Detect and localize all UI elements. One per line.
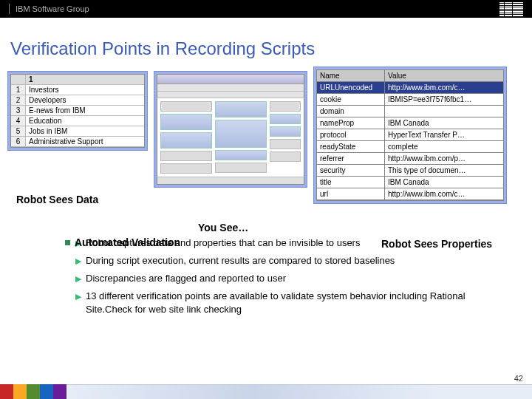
prop-name: referrer — [317, 153, 385, 164]
caption-left: Robot Sees Data — [16, 194, 98, 205]
section-heading: Automated Validation — [65, 236, 180, 248]
prop-value: HyperText Transfer P… — [385, 129, 503, 140]
row-value: Administrative Support — [26, 137, 144, 146]
bullet-text: 13 different verification points are ava… — [86, 290, 511, 316]
row-index: 5 — [11, 126, 26, 136]
table-row: domain — [317, 106, 503, 117]
row-value: Developers — [26, 95, 144, 105]
bullets-block: ▶Robot captures data and properties that… — [0, 208, 532, 316]
table-row: securityThis type of documen… — [317, 165, 503, 177]
arrow-icon: ▶ — [75, 254, 81, 267]
row-index: 4 — [11, 116, 26, 126]
prop-name: protocol — [317, 129, 385, 140]
slide-title: Verification Points in Recording Scripts — [0, 18, 532, 71]
table-row: 6Administrative Support — [11, 137, 144, 147]
table-row: referrerhttp://www.ibm.com/p… — [317, 153, 503, 165]
arrow-icon: ▶ — [75, 290, 81, 316]
prop-value: complete — [385, 141, 503, 152]
header-divider — [9, 4, 10, 14]
sheet-col-head: 1 — [26, 75, 144, 84]
prop-name: URLUnencoded — [317, 82, 385, 93]
header-group: IBM Software Group — [16, 4, 89, 13]
row-value: Jobs in IBM — [26, 126, 144, 136]
browser-titlebar — [157, 75, 304, 84]
row-index: 1 — [11, 85, 26, 95]
browser-toolbar — [157, 84, 304, 92]
row-index: 6 — [11, 137, 26, 146]
panel-browser — [154, 71, 307, 188]
prop-value: IBM Canada — [385, 177, 503, 188]
browser-mock — [157, 75, 304, 184]
footer-bar — [0, 384, 532, 399]
table-row: 2Developers — [11, 95, 144, 106]
section-heading-text: Automated Validation — [75, 236, 180, 248]
row-index: 3 — [11, 106, 26, 115]
prop-value: This type of documen… — [385, 165, 503, 176]
prop-value: IBM Canada — [385, 117, 503, 129]
prop-name: cookie — [317, 94, 385, 105]
prop-name: nameProp — [317, 117, 385, 129]
table-row: readyStatecomplete — [317, 141, 503, 153]
table-row: titleIBM Canada — [317, 177, 503, 188]
browser-addressbar — [157, 92, 304, 99]
prop-value: http://www.ibm.com/p… — [385, 153, 503, 164]
row-index: 2 — [11, 95, 26, 105]
table-row: cookieIBMISP=ee3f757f6fbc1… — [317, 94, 503, 106]
table-row: 1Investors — [11, 85, 144, 95]
header-bar: IBM Software Group — [0, 0, 532, 18]
header-left: IBM Software Group — [9, 4, 89, 14]
ibm-logo — [499, 2, 523, 16]
prop-name: security — [317, 165, 385, 176]
caption-mid: You See… — [198, 222, 248, 233]
props-head-value: Value — [385, 70, 503, 81]
spreadsheet: 1 1Investors2Developers3E-news from IBM4… — [11, 75, 144, 147]
browser-content — [157, 98, 304, 177]
panel-data: 1 1Investors2Developers3E-news from IBM4… — [7, 71, 148, 151]
prop-name: title — [317, 177, 385, 188]
prop-name: readyState — [317, 141, 385, 152]
row-value: E-news from IBM — [26, 106, 144, 115]
list-item: ▶13 different verification points are av… — [75, 290, 511, 316]
table-row: protocolHyperText Transfer P… — [317, 129, 503, 141]
list-item: ▶During script execution, current result… — [75, 254, 511, 267]
panel-properties: Name Value URLUnencodedhttp://www.ibm.co… — [313, 66, 507, 204]
table-row: urlhttp://www.ibm.com/c… — [317, 188, 503, 200]
table-row: URLUnencodedhttp://www.ibm.com/c… — [317, 82, 503, 94]
caption-right: Robot Sees Properties — [381, 238, 492, 250]
prop-value: http://www.ibm.com/c… — [385, 188, 503, 200]
row-value: Investors — [26, 85, 144, 95]
arrow-icon: ▶ — [75, 272, 81, 285]
prop-name: domain — [317, 106, 385, 117]
table-row: 5Jobs in IBM — [11, 126, 144, 137]
table-row: namePropIBM Canada — [317, 117, 503, 129]
bullet-square-icon — [65, 240, 70, 245]
table-row: 4Education — [11, 116, 144, 126]
prop-value: http://www.ibm.com/c… — [385, 82, 503, 93]
row-value: Education — [26, 116, 144, 126]
prop-value — [385, 106, 503, 117]
browser-statusbar — [157, 177, 304, 184]
prop-name: url — [317, 188, 385, 200]
page-number: 42 — [514, 374, 523, 383]
properties-table: Name Value URLUnencodedhttp://www.ibm.co… — [317, 70, 503, 200]
bullet-text: Discrepancies are flagged and reported t… — [86, 272, 286, 285]
list-item: ▶Discrepancies are flagged and reported … — [75, 272, 511, 285]
props-head-name: Name — [317, 70, 385, 81]
prop-value: IBMISP=ee3f757f6fbc1… — [385, 94, 503, 105]
bullet-text: During script execution, current results… — [86, 254, 395, 267]
table-row: 3E-news from IBM — [11, 106, 144, 116]
